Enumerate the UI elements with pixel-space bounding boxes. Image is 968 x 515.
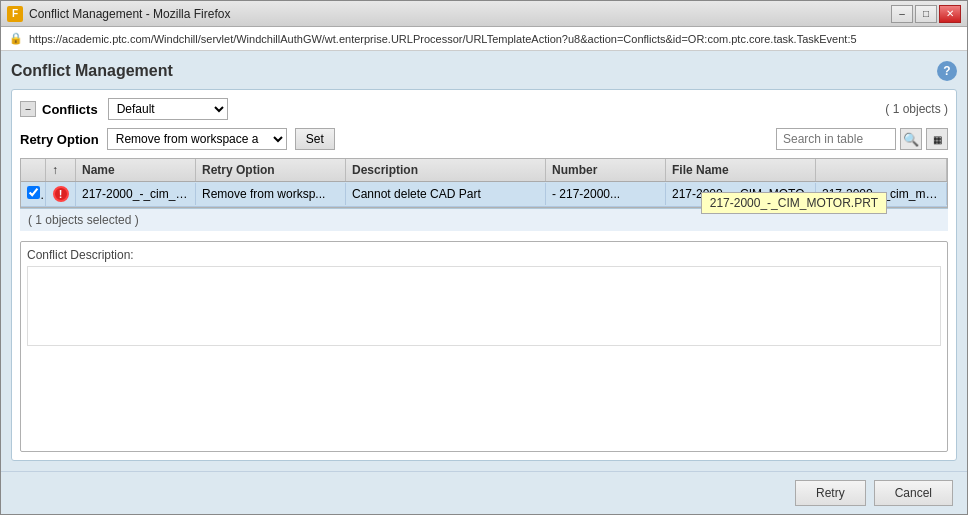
- search-button[interactable]: 🔍: [900, 128, 922, 150]
- col-header-number[interactable]: Number: [546, 159, 666, 181]
- col-header-checkbox: [21, 159, 46, 181]
- row-status: !: [46, 182, 76, 206]
- table-header: ↑ Name Retry Option Description Number F…: [21, 159, 947, 182]
- objects-count: ( 1 objects ): [885, 102, 948, 116]
- title-bar: F Conflict Management - Mozilla Firefox …: [1, 1, 967, 27]
- conflicts-header: – Conflicts Default ( 1 objects ): [20, 98, 948, 120]
- footer: Retry Cancel: [1, 471, 967, 514]
- conflict-desc-label: Conflict Description:: [27, 248, 941, 262]
- col-header-filename[interactable]: File Name: [666, 159, 816, 181]
- row-name: 217-2000_-_cim_motor.: [76, 183, 196, 205]
- row-description: Cannot delete CAD Part: [346, 183, 546, 205]
- col-header-extra: [816, 159, 947, 181]
- maximize-button[interactable]: □: [915, 5, 937, 23]
- collapse-button[interactable]: –: [20, 101, 36, 117]
- cancel-button[interactable]: Cancel: [874, 480, 953, 506]
- app-icon: F: [7, 6, 23, 22]
- conflict-description-box: Conflict Description:: [20, 241, 948, 452]
- conflicts-dropdown[interactable]: Default: [108, 98, 228, 120]
- tooltip-box: 217-2000_-_CIM_MOTOR.PRT: [701, 192, 887, 214]
- col-header-description[interactable]: Description: [346, 159, 546, 181]
- lock-icon: 🔒: [9, 32, 23, 45]
- window-title: Conflict Management - Mozilla Firefox: [29, 7, 891, 21]
- address-bar: 🔒 https://academic.ptc.com/Windchill/ser…: [1, 27, 967, 51]
- help-button[interactable]: ?: [937, 61, 957, 81]
- grid-options-button[interactable]: ▦: [926, 128, 948, 150]
- col-header-status: ↑: [46, 159, 76, 181]
- table-row[interactable]: ! 217-2000_-_cim_motor. Remove from work…: [21, 182, 947, 207]
- error-icon: !: [53, 186, 69, 202]
- col-header-name[interactable]: Name: [76, 159, 196, 181]
- row-retry-option: Remove from worksp...: [196, 183, 346, 205]
- search-area: 🔍 ▦: [776, 128, 948, 150]
- page-header: Conflict Management ?: [11, 61, 957, 81]
- retry-option-dropdown[interactable]: Remove from workspace a: [107, 128, 287, 150]
- conflicts-label: Conflicts: [42, 102, 98, 117]
- data-table: ↑ Name Retry Option Description Number F…: [20, 158, 948, 208]
- col-header-retry[interactable]: Retry Option: [196, 159, 346, 181]
- row-checkbox[interactable]: [21, 182, 46, 206]
- retry-option-label: Retry Option: [20, 132, 99, 147]
- minimize-button[interactable]: –: [891, 5, 913, 23]
- main-content: Conflict Management ? – Conflicts Defaul…: [1, 51, 967, 471]
- set-button[interactable]: Set: [295, 128, 335, 150]
- retry-button[interactable]: Retry: [795, 480, 866, 506]
- page-title: Conflict Management: [11, 62, 173, 80]
- window-controls: – □ ✕: [891, 5, 961, 23]
- main-panel: – Conflicts Default ( 1 objects ) Retry …: [11, 89, 957, 461]
- window-frame: F Conflict Management - Mozilla Firefox …: [0, 0, 968, 515]
- conflict-desc-content: [27, 266, 941, 346]
- address-text: https://academic.ptc.com/Windchill/servl…: [29, 33, 857, 45]
- search-input[interactable]: [776, 128, 896, 150]
- retry-option-row: Retry Option Remove from workspace a Set…: [20, 128, 948, 150]
- row-number: - 217-2000...: [546, 183, 666, 205]
- row-checkbox-input[interactable]: [27, 186, 40, 199]
- close-button[interactable]: ✕: [939, 5, 961, 23]
